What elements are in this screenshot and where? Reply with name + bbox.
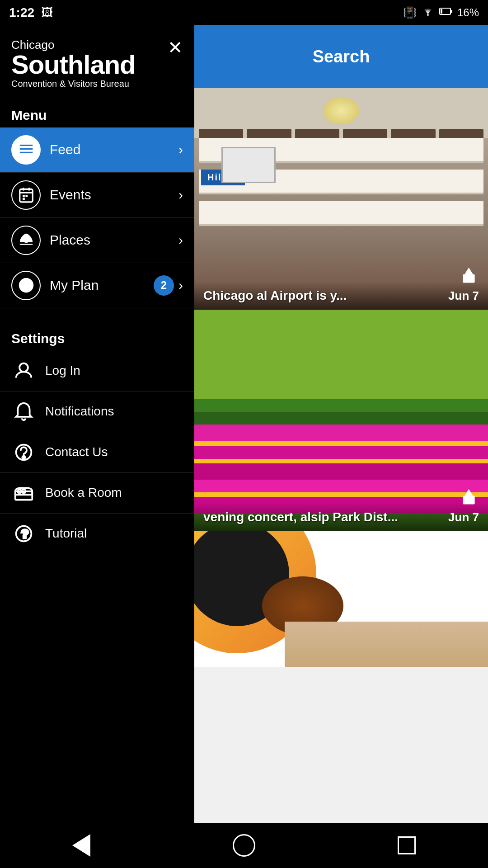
recent-button[interactable]: [393, 832, 420, 859]
menu-item-events[interactable]: Events ›: [0, 173, 194, 218]
svg-rect-4: [19, 145, 33, 146]
feed-item-1[interactable]: Hilton Chicago al Airport is y... Jun 7: [194, 88, 488, 310]
login-icon: [11, 359, 36, 383]
feed-item-2-like[interactable]: [459, 486, 479, 509]
svg-rect-6: [19, 152, 33, 153]
svg-rect-13: [23, 198, 25, 200]
menu-item-myplan-label: My Plan: [50, 278, 154, 293]
menu-item-places[interactable]: Places ›: [0, 218, 194, 263]
table-row-3: [199, 201, 483, 226]
feed-item-2-overlay: vening concert, alsip Park Dist...: [194, 503, 488, 531]
notifications-icon: [11, 399, 36, 424]
back-icon: [72, 834, 90, 857]
stripe-yellow: [194, 441, 488, 446]
logo-line3: Convention & Visitors Bureau: [11, 78, 156, 90]
svg-rect-12: [25, 195, 28, 197]
places-chevron: ›: [178, 232, 183, 248]
feed-chevron: ›: [178, 142, 183, 157]
menu-item-feed-label: Feed: [50, 142, 178, 157]
feed-item-2-text: vening concert, alsip Park Dist...: [203, 510, 479, 524]
home-icon: [233, 834, 255, 857]
feed-icon: [11, 135, 41, 165]
bottom-nav: [0, 823, 488, 868]
home-button[interactable]: [230, 832, 258, 859]
settings-item-login[interactable]: Log In: [0, 351, 194, 392]
feed-item-1-like[interactable]: [459, 265, 479, 287]
feed-item-2-date: Jun 7: [448, 510, 479, 524]
stripe-pink-2: [194, 446, 488, 459]
svg-point-18: [23, 456, 25, 458]
stripe-1: [194, 399, 488, 412]
settings-login-label: Log In: [45, 363, 80, 378]
wifi-icon: [421, 6, 435, 19]
settings-bookaroom-label: Book a Room: [45, 486, 122, 500]
stripe-yellow-3: [194, 492, 488, 497]
menu-item-places-label: Places: [50, 232, 178, 248]
sand-texture: [285, 622, 488, 667]
settings-notifications-label: Notifications: [45, 404, 114, 419]
status-bar: 1:22 🖼 📳 16%: [0, 0, 488, 25]
stripe-2: [194, 412, 488, 425]
close-button[interactable]: ✕: [168, 38, 183, 57]
image-icon: 🖼: [41, 5, 53, 19]
menu-item-events-label: Events: [50, 187, 178, 203]
svg-rect-25: [463, 274, 474, 283]
settings-contactus-label: Contact Us: [45, 445, 108, 459]
svg-rect-3: [450, 10, 452, 13]
menu-item-feed[interactable]: Feed ›: [0, 127, 194, 173]
stripe-pink-1: [194, 425, 488, 441]
settings-item-notifications[interactable]: Notifications: [0, 392, 194, 432]
svg-rect-11: [23, 195, 25, 197]
myplan-icon: [11, 271, 41, 300]
feed-item-2[interactable]: vening concert, alsip Park Dist... Jun 7: [194, 310, 488, 531]
events-icon: [11, 180, 41, 210]
feed-item-1-overlay: Chicago al Airport is y...: [194, 282, 488, 310]
svg-text:?: ?: [21, 527, 28, 540]
back-button[interactable]: [68, 832, 95, 859]
chandelier: [323, 97, 359, 124]
settings-label: Settings: [0, 317, 194, 351]
stripe-pink-3: [194, 463, 488, 480]
sidebar: Chicago Southland Convention & Visitors …: [0, 25, 194, 823]
search-bar[interactable]: Search: [194, 25, 488, 88]
feed-item-3[interactable]: [194, 531, 488, 667]
settings-item-tutorial[interactable]: ? Tutorial: [0, 514, 194, 554]
svg-rect-26: [463, 496, 474, 505]
logo-area: Chicago Southland Convention & Visitors …: [11, 38, 183, 90]
search-label: Search: [313, 47, 370, 66]
svg-point-14: [24, 238, 28, 242]
stripe-yellow-2: [194, 459, 488, 463]
status-icons: 📳 16%: [403, 6, 479, 19]
status-time: 1:22: [9, 5, 34, 20]
settings-item-bookaroom[interactable]: Book a Room: [0, 473, 194, 514]
feed-item-1-text: Chicago al Airport is y...: [203, 288, 479, 303]
events-chevron: ›: [178, 187, 183, 203]
stripe-pink-4: [194, 480, 488, 492]
tutorial-icon: ?: [11, 521, 36, 546]
svg-rect-2: [441, 9, 442, 14]
content-area: Search: [194, 25, 488, 823]
svg-point-0: [427, 14, 429, 16]
settings-item-contactus[interactable]: Contact Us: [0, 432, 194, 473]
myplan-chevron: ›: [178, 278, 183, 293]
projection-screen: [221, 147, 276, 183]
recent-icon: [398, 836, 416, 854]
battery-icon: [439, 6, 453, 19]
food-image: [194, 531, 488, 667]
sidebar-header: Chicago Southland Convention & Visitors …: [0, 25, 194, 99]
chairs-row: [199, 129, 483, 138]
menu-label: Menu: [0, 99, 194, 127]
vibrate-icon: 📳: [403, 6, 417, 19]
myplan-badge: 2: [154, 275, 174, 296]
menu-item-myplan[interactable]: My Plan 2 ›: [0, 263, 194, 308]
places-icon: [11, 226, 41, 255]
battery-percent: 16%: [457, 6, 479, 19]
bookaroom-icon: [11, 481, 36, 505]
svg-rect-5: [19, 148, 33, 150]
logo-line2: Southland: [11, 52, 156, 78]
stripes-image: [194, 310, 488, 531]
contactus-icon: [11, 440, 36, 465]
svg-point-16: [19, 363, 28, 372]
feed-item-1-date: Jun 7: [448, 289, 479, 303]
conference-room-image: Hilton: [194, 88, 488, 310]
